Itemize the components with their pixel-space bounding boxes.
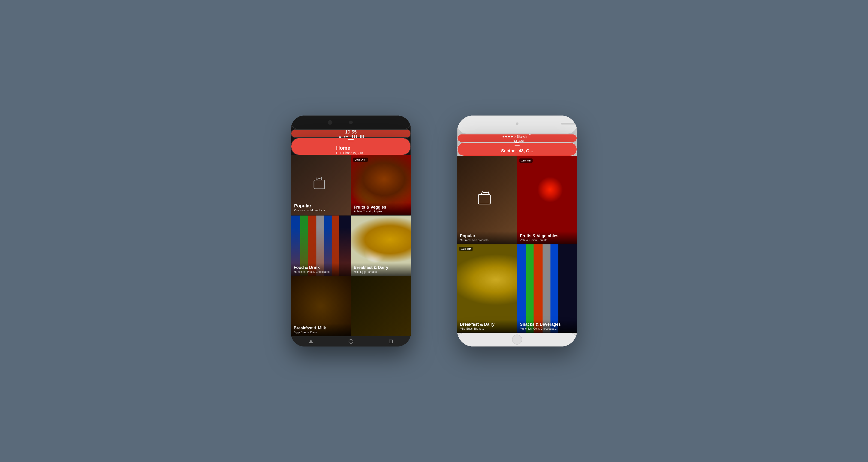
ios-dot-3: [508, 136, 510, 138]
ios-fruits-title: Fruits & Vegetables: [520, 234, 575, 239]
android-cell-popular[interactable]: Popular Our most sold products: [291, 155, 351, 215]
android-camera: [349, 121, 353, 124]
svg-rect-3: [478, 194, 490, 204]
android-food-info: Food & Drink Munchies, Pasta, Chocolates: [291, 263, 351, 276]
ios-wifi-icon: ⌒: [528, 134, 532, 139]
android-phone: 19:55 ⏰ ▾▾▾ ▐▐▐ ▐▐ Home DLF Phase IV, Gu…: [291, 115, 411, 347]
ios-home-button[interactable]: [512, 335, 522, 345]
ios-signal-dots: [502, 136, 516, 138]
android-nav-bar: [291, 336, 411, 347]
android-back-nav[interactable]: [307, 339, 315, 344]
ios-dot-2: [505, 136, 507, 138]
android-fruits-badge: 20% OFF: [353, 157, 368, 162]
ios-snacks-sub: Munchies, Cola, Chocolates...: [520, 327, 575, 330]
ios-product-grid: Popular Our most sold products 15% Off F…: [457, 156, 577, 333]
android-alarm-icon: ⏰: [338, 135, 342, 138]
ios-cell-snacks[interactable]: Snacks & Beverages Munchies, Cola, Choco…: [517, 244, 577, 333]
android-app-subtitle: DLF Phase IV, Gur...: [336, 151, 366, 155]
android-cell-food[interactable]: Food & Drink Munchies, Pasta, Chocolates: [291, 215, 351, 276]
ios-breakfast-badge: 10% Off: [459, 247, 472, 251]
ios-cell-fruits[interactable]: 15% Off Fruits & Vegetables Potato, Onio…: [517, 156, 577, 244]
android-time: 19:55: [345, 129, 356, 135]
android-app-header: Home DLF Phase IV, Gur... 🔍 Search Produ…: [291, 138, 411, 155]
android-breakfast-sub: Milk, Eggs, Breads: [354, 270, 408, 273]
android-status-icons: ⏰ ▾▾▾ ▐▐▐ ▐▐: [338, 135, 364, 138]
android-signal-icon: ▐▐▐: [350, 135, 358, 138]
ios-time: 9:41 AM: [510, 139, 524, 142]
ios-snacks-info: Snacks & Beverages Munchies, Cola, Choco…: [517, 320, 577, 333]
ios-dot-5: [514, 136, 516, 138]
android-back-icon: [309, 340, 313, 343]
ios-fruits-badge: 15% Off: [519, 158, 533, 163]
ios-phone: Sketch ⌒ 9:41 AM 100% Sector - 43, G... …: [457, 115, 577, 347]
ios-popular-info: Popular Our most sold products: [457, 231, 517, 244]
android-product-grid: Popular Our most sold products 20% OFF F…: [291, 155, 411, 336]
android-popular-overlay: Popular Our most sold products: [291, 155, 351, 215]
android-extra1-title: Breakfast & Milk: [293, 326, 348, 331]
ios-sketch-label: Sketch: [517, 135, 527, 138]
android-app-title: Home: [336, 145, 366, 151]
ios-popular-title: Popular: [460, 234, 514, 239]
android-extra1-info: Breakfast & Milk Eggs Breads Dairy: [291, 323, 351, 336]
android-cell-extra2[interactable]: [351, 276, 411, 336]
android-extra1-sub: Eggs Breads Dairy: [293, 331, 348, 334]
ios-fruits-info: Fruits & Vegetables Potato, Onion, Tomat…: [517, 231, 577, 244]
android-home-nav[interactable]: [347, 339, 355, 344]
ios-breakfast-sub: Milk, Eggs, Bread...: [460, 327, 514, 330]
ios-status-bar: Sketch ⌒ 9:41 AM 100%: [457, 134, 577, 142]
ios-top-bezel: [457, 115, 577, 134]
android-speaker: [328, 120, 333, 125]
android-title-block: Home DLF Phase IV, Gur...: [336, 145, 366, 155]
android-status-bar: 19:55 ⏰ ▾▾▾ ▐▐▐ ▐▐: [291, 129, 411, 138]
android-food-title: Food & Drink: [293, 265, 348, 270]
android-wifi-icon: ▾▾▾: [344, 135, 349, 138]
android-home-icon: [349, 339, 353, 344]
ios-fruits-sub: Potato, Onion, Tomato...: [520, 239, 575, 242]
android-breakfast-info: Breakfast & Dairy Milk, Eggs, Breads: [351, 263, 411, 276]
android-cell-fruits[interactable]: 20% OFF Fruits & Veggies Potato, Tomato,…: [351, 155, 411, 215]
ios-cell-breakfast[interactable]: 10% Off Breakfast & Dairy Milk, Eggs, Br…: [457, 244, 517, 333]
android-popular-sub: Our most sold products: [294, 209, 347, 212]
ios-speaker: [561, 123, 577, 124]
android-top-bezel: [291, 115, 411, 129]
ios-camera: [516, 122, 519, 125]
android-food-sub: Munchies, Pasta, Chocolates: [293, 270, 348, 273]
android-cell-extra1[interactable]: Breakfast & Milk Eggs Breads Dairy: [291, 276, 351, 336]
ios-bottom-bar: [457, 333, 577, 347]
ios-location-label: Sector - 43, G...: [501, 148, 533, 153]
ios-app-header: Sector - 43, G... 🔍 Search Products 🛒: [457, 142, 577, 156]
android-hamburger-button[interactable]: [348, 138, 354, 141]
ios-popular-sub: Our most sold products: [460, 239, 514, 242]
ios-drinks-visual: [517, 244, 577, 333]
ios-bag-icon: [476, 189, 494, 208]
ios-snacks-title: Snacks & Beverages: [520, 322, 575, 327]
android-popular-title: Popular: [294, 203, 347, 209]
ios-status-left: Sketch ⌒: [502, 134, 532, 139]
android-fruits-info: Fruits & Veggies Potato, Tomato, Apples: [351, 203, 411, 215]
ios-cell-popular[interactable]: Popular Our most sold products: [457, 156, 517, 244]
ios-bread-visual: [457, 244, 517, 333]
android-fruits-title: Fruits & Veggies: [354, 205, 408, 210]
android-battery-icon: ▐▐: [359, 135, 364, 138]
ios-hamburger-button[interactable]: [515, 142, 520, 146]
android-recent-icon: [389, 340, 393, 343]
android-recent-nav[interactable]: [387, 339, 395, 344]
ios-breakfast-title: Breakfast & Dairy: [460, 322, 514, 327]
ios-breakfast-info: Breakfast & Dairy Milk, Eggs, Bread...: [457, 320, 517, 333]
ios-fruits-visual: [517, 156, 577, 244]
android-breakfast-title: Breakfast & Dairy: [354, 265, 408, 270]
android-fruits-sub: Potato, Tomato, Apples: [354, 210, 408, 213]
android-cell-breakfast[interactable]: Breakfast & Dairy Milk, Eggs, Breads: [351, 215, 411, 276]
scene: 19:55 ⏰ ▾▾▾ ▐▐▐ ▐▐ Home DLF Phase IV, Gu…: [0, 0, 868, 462]
ios-dot-1: [502, 136, 504, 138]
ios-dot-4: [511, 136, 513, 138]
